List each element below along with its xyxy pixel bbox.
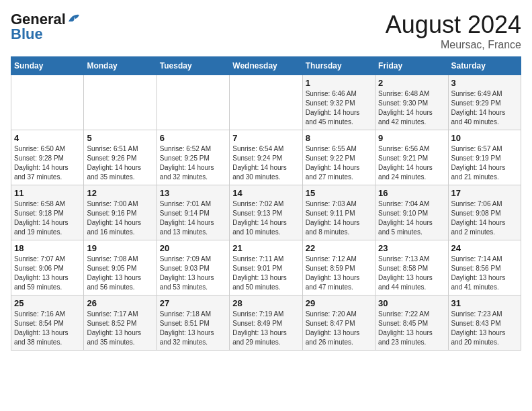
calendar-cell: 28Sunrise: 7:19 AMSunset: 8:49 PMDayligh… [230,295,302,351]
calendar-body: 1Sunrise: 6:46 AMSunset: 9:32 PMDaylight… [11,75,521,351]
day-number: 25 [14,298,81,308]
calendar-cell: 11Sunrise: 6:58 AMSunset: 9:18 PMDayligh… [11,185,84,240]
calendar-cell: 15Sunrise: 7:03 AMSunset: 9:11 PMDayligh… [302,185,375,240]
calendar-cell: 31Sunrise: 7:23 AMSunset: 8:43 PMDayligh… [448,295,521,351]
week-row-1: 1Sunrise: 6:46 AMSunset: 9:32 PMDaylight… [11,75,521,130]
day-info: Sunrise: 7:16 AMSunset: 8:54 PMDaylight:… [14,310,81,347]
week-row-5: 25Sunrise: 7:16 AMSunset: 8:54 PMDayligh… [11,295,521,351]
day-info: Sunrise: 7:01 AMSunset: 9:14 PMDaylight:… [160,199,226,237]
header-thursday: Thursday [302,57,375,75]
day-info: Sunrise: 6:56 AMSunset: 9:21 PMDaylight:… [378,144,445,182]
day-number: 13 [160,188,226,198]
day-number: 19 [87,243,153,253]
weekday-header-row: SundayMondayTuesdayWednesdayThursdayFrid… [11,57,521,75]
header-monday: Monday [84,57,157,75]
day-number: 30 [378,298,445,308]
calendar-cell: 6Sunrise: 6:52 AMSunset: 9:25 PMDaylight… [157,130,229,185]
day-number: 2 [378,78,445,88]
calendar-cell: 2Sunrise: 6:48 AMSunset: 9:30 PMDaylight… [375,75,448,130]
calendar-table: SundayMondayTuesdayWednesdayThursdayFrid… [11,56,521,351]
day-number: 26 [87,298,153,308]
calendar-cell: 17Sunrise: 7:06 AMSunset: 9:08 PMDayligh… [448,185,521,240]
calendar-cell: 19Sunrise: 7:08 AMSunset: 9:05 PMDayligh… [84,240,157,295]
calendar-header: SundayMondayTuesdayWednesdayThursdayFrid… [11,57,521,75]
calendar-cell: 10Sunrise: 6:57 AMSunset: 9:19 PMDayligh… [448,130,521,185]
calendar-cell: 16Sunrise: 7:04 AMSunset: 9:10 PMDayligh… [375,185,448,240]
calendar-cell: 25Sunrise: 7:16 AMSunset: 8:54 PMDayligh… [11,295,84,351]
day-number: 22 [306,243,372,253]
header-wednesday: Wednesday [230,57,302,75]
day-info: Sunrise: 6:57 AMSunset: 9:19 PMDaylight:… [451,144,518,182]
calendar-cell: 13Sunrise: 7:01 AMSunset: 9:14 PMDayligh… [157,185,229,240]
calendar-cell: 14Sunrise: 7:02 AMSunset: 9:13 PMDayligh… [230,185,302,240]
header-tuesday: Tuesday [157,57,229,75]
day-info: Sunrise: 7:09 AMSunset: 9:03 PMDaylight:… [160,255,226,292]
calendar-cell: 29Sunrise: 7:20 AMSunset: 8:47 PMDayligh… [302,295,375,351]
day-info: Sunrise: 6:52 AMSunset: 9:25 PMDaylight:… [160,144,226,182]
calendar-cell: 23Sunrise: 7:13 AMSunset: 8:58 PMDayligh… [375,240,448,295]
calendar-title: August 2024 [386,11,521,39]
day-number: 31 [451,298,518,308]
day-number: 8 [306,133,372,143]
calendar-cell: 30Sunrise: 7:22 AMSunset: 8:45 PMDayligh… [375,295,448,351]
day-info: Sunrise: 7:17 AMSunset: 8:52 PMDaylight:… [87,310,153,347]
day-info: Sunrise: 7:07 AMSunset: 9:06 PMDaylight:… [14,255,81,292]
day-number: 7 [232,133,299,143]
calendar-cell: 24Sunrise: 7:14 AMSunset: 8:56 PMDayligh… [448,240,521,295]
day-number: 6 [160,133,226,143]
day-number: 14 [232,188,299,198]
day-number: 21 [232,243,299,253]
day-number: 4 [14,133,81,143]
day-number: 23 [378,243,445,253]
calendar-subtitle: Meursac, France [386,39,521,51]
logo-bird-icon [67,12,82,24]
day-info: Sunrise: 7:13 AMSunset: 8:58 PMDaylight:… [378,255,445,292]
day-number: 12 [87,188,153,198]
calendar-cell: 3Sunrise: 6:49 AMSunset: 9:29 PMDaylight… [448,75,521,130]
day-info: Sunrise: 6:55 AMSunset: 9:22 PMDaylight:… [306,144,372,182]
day-number: 17 [451,188,518,198]
calendar-cell: 5Sunrise: 6:51 AMSunset: 9:26 PMDaylight… [84,130,157,185]
day-info: Sunrise: 7:02 AMSunset: 9:13 PMDaylight:… [232,199,299,237]
calendar-cell: 20Sunrise: 7:09 AMSunset: 9:03 PMDayligh… [157,240,229,295]
header-saturday: Saturday [448,57,521,75]
calendar-cell: 1Sunrise: 6:46 AMSunset: 9:32 PMDaylight… [302,75,375,130]
day-info: Sunrise: 7:18 AMSunset: 8:51 PMDaylight:… [160,310,226,347]
logo-blue-text: Blue [11,26,43,43]
calendar-cell: 18Sunrise: 7:07 AMSunset: 9:06 PMDayligh… [11,240,84,295]
day-number: 24 [451,243,518,253]
day-info: Sunrise: 7:20 AMSunset: 8:47 PMDaylight:… [306,310,372,347]
title-block: August 2024 Meursac, France [386,11,521,51]
day-info: Sunrise: 6:46 AMSunset: 9:32 PMDaylight:… [306,89,372,127]
page-header: General Blue August 2024 Meursac, France [11,11,521,51]
day-number: 1 [306,78,372,88]
day-info: Sunrise: 7:03 AMSunset: 9:11 PMDaylight:… [306,199,372,237]
calendar-cell: 9Sunrise: 6:56 AMSunset: 9:21 PMDaylight… [375,130,448,185]
day-number: 20 [160,243,226,253]
day-number: 27 [160,298,226,308]
day-info: Sunrise: 7:12 AMSunset: 8:59 PMDaylight:… [306,255,372,292]
day-info: Sunrise: 7:04 AMSunset: 9:10 PMDaylight:… [378,199,445,237]
calendar-cell [157,75,229,130]
day-number: 3 [451,78,518,88]
day-number: 5 [87,133,153,143]
header-sunday: Sunday [11,57,84,75]
day-info: Sunrise: 7:22 AMSunset: 8:45 PMDaylight:… [378,310,445,347]
calendar-cell [230,75,302,130]
day-info: Sunrise: 7:11 AMSunset: 9:01 PMDaylight:… [232,255,299,292]
day-info: Sunrise: 6:49 AMSunset: 9:29 PMDaylight:… [451,89,518,127]
day-number: 15 [306,188,372,198]
day-info: Sunrise: 6:50 AMSunset: 9:28 PMDaylight:… [14,144,81,182]
day-info: Sunrise: 6:48 AMSunset: 9:30 PMDaylight:… [378,89,445,127]
day-number: 18 [14,243,81,253]
calendar-cell: 26Sunrise: 7:17 AMSunset: 8:52 PMDayligh… [84,295,157,351]
calendar-cell: 21Sunrise: 7:11 AMSunset: 9:01 PMDayligh… [230,240,302,295]
calendar-cell: 12Sunrise: 7:00 AMSunset: 9:16 PMDayligh… [84,185,157,240]
day-info: Sunrise: 6:51 AMSunset: 9:26 PMDaylight:… [87,144,153,182]
calendar-cell [11,75,84,130]
day-number: 10 [451,133,518,143]
day-info: Sunrise: 6:54 AMSunset: 9:24 PMDaylight:… [232,144,299,182]
day-info: Sunrise: 6:58 AMSunset: 9:18 PMDaylight:… [14,199,81,237]
day-number: 9 [378,133,445,143]
calendar-cell: 22Sunrise: 7:12 AMSunset: 8:59 PMDayligh… [302,240,375,295]
